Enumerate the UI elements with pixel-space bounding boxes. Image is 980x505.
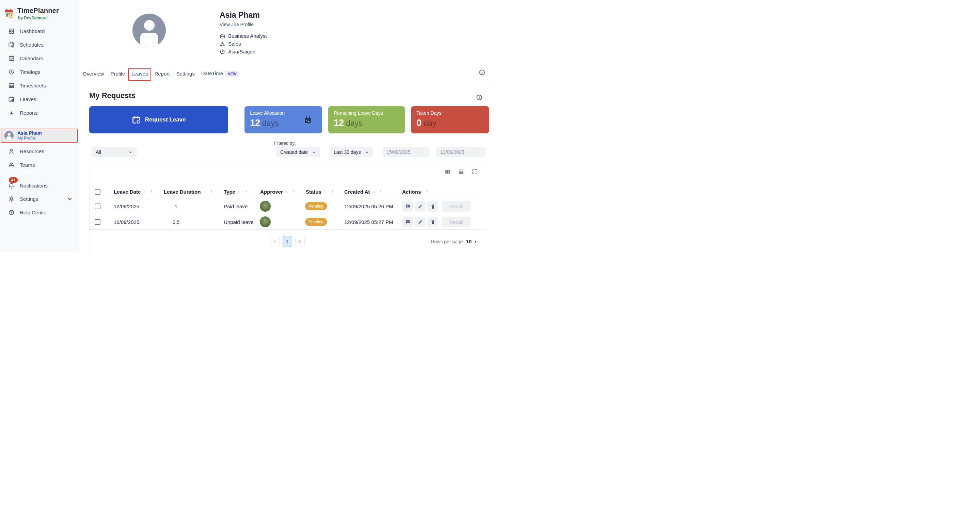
column-menu-icon[interactable]: ⋮ [423, 189, 430, 194]
tab-settings[interactable]: Settings [176, 70, 195, 77]
card-leave-allocation: Leave Allocation 12days [245, 106, 322, 133]
sidebar-item-my-profile[interactable]: Asia Pham My Profile [2, 130, 76, 141]
info-icon[interactable] [479, 69, 485, 76]
chevron-left-icon [272, 239, 277, 244]
comment-button[interactable] [402, 217, 413, 227]
sort-icon[interactable]: ↑↓ [238, 189, 240, 194]
cell-actions: Recall [402, 199, 471, 214]
view-jira-profile-link[interactable]: View Jira Profile [220, 22, 254, 27]
row-checkbox[interactable] [95, 214, 100, 230]
cell-created-at: 12/09/2025 05:27 PM [344, 214, 393, 230]
table-view-toggles [444, 168, 478, 175]
column-menu-icon[interactable]: ⋮ [377, 189, 383, 194]
card-taken-days: Taken Days 0day [411, 106, 489, 133]
columns-view-icon[interactable] [444, 168, 451, 175]
filtered-by-label: Filtered by: [274, 141, 296, 146]
date-to-input[interactable]: 13/09/2025 [436, 147, 485, 157]
tab-profile[interactable]: Profile [110, 70, 126, 77]
recall-button[interactable]: Recall [442, 201, 471, 212]
briefcase-icon [220, 33, 225, 39]
app-byline: by DevSamurai [18, 16, 59, 21]
tab-overview[interactable]: Overview [83, 70, 105, 77]
cell-approver [260, 214, 271, 230]
sort-icon[interactable]: ↑↓ [203, 189, 205, 194]
request-leave-button[interactable]: Request Leave [89, 106, 228, 133]
sidebar-item-settings[interactable]: Settings [0, 192, 80, 206]
table-row: 12/09/2025 1 Paid leave Pending 12/09/20… [89, 199, 485, 214]
page-title: My Requests [89, 91, 135, 100]
profile-timezone: Asia/Saigon [220, 49, 255, 54]
edit-button[interactable] [415, 217, 426, 227]
calendar-icon [304, 116, 312, 125]
fullscreen-icon[interactable] [472, 168, 478, 175]
profile-role: Business Analyst [220, 33, 267, 39]
bar-chart-icon [8, 110, 14, 116]
sidebar-item-dashboard[interactable]: Dashboard [0, 24, 80, 38]
profile-department: Sales [220, 41, 241, 47]
sort-icon[interactable]: ↑↓ [285, 189, 288, 194]
column-menu-icon[interactable]: ⋮ [329, 189, 335, 194]
prev-page-button[interactable] [270, 236, 280, 247]
chevron-down-icon[interactable] [67, 196, 73, 202]
table-row: 16/09/2025 0.5 Unpaid leave Pending 12/0… [89, 214, 485, 230]
column-menu-icon[interactable]: ⋮ [148, 189, 154, 194]
sidebar-item-reports[interactable]: Reports [0, 106, 80, 119]
profile-avatar [132, 14, 166, 47]
page-1-button[interactable]: 1 [283, 236, 292, 247]
sidebar-item-timelogs[interactable]: Timelogs [0, 65, 80, 79]
delete-button[interactable] [427, 201, 438, 212]
notifications-badge: 47 [9, 177, 18, 183]
rows-per-page-select[interactable]: 10▼ [466, 238, 477, 245]
app-title: TimePlanner [18, 7, 59, 14]
tab-datetime[interactable]: DateTimeNEW [201, 70, 239, 78]
card-remaining-leave-days: Remaining Leave Days 12days [328, 106, 405, 133]
next-page-button[interactable] [295, 236, 305, 247]
trash-icon [430, 219, 436, 225]
list-view-icon[interactable] [458, 168, 465, 175]
column-menu-icon[interactable]: ⋮ [242, 189, 248, 194]
pagination: 1 [270, 236, 305, 247]
type-filter-select[interactable]: All [92, 147, 137, 157]
tab-report[interactable]: Report [154, 70, 170, 77]
column-menu-icon[interactable]: ⋮ [208, 189, 214, 194]
cell-created-at: 12/09/2025 05:26 PM [344, 199, 393, 214]
sidebar-item-timesheets[interactable]: Timesheets [0, 79, 80, 92]
chevron-right-icon [298, 239, 302, 244]
calendar-check-icon [8, 55, 14, 62]
sidebar-item-resources[interactable]: Resources [0, 144, 80, 158]
status-badge: Pending [305, 218, 327, 226]
sort-icon[interactable]: ↑↓ [324, 189, 326, 194]
info-icon[interactable] [476, 94, 482, 101]
recall-button[interactable]: Recall [442, 217, 471, 227]
status-badge: Pending [305, 202, 327, 210]
table-header: Leave Date↑↓⋮ Leave Duration↑↓⋮ Type↑↓⋮ … [89, 185, 485, 199]
sidebar-item-calendars[interactable]: Calendars [0, 51, 80, 65]
cell-leave-date: 12/09/2025 [114, 199, 139, 214]
sidebar-profile-name: Asia Pham [18, 131, 42, 136]
sidebar-divider [4, 174, 75, 174]
row-checkbox[interactable] [95, 199, 100, 214]
date-range-select[interactable]: Last 30 days [329, 147, 373, 157]
pencil-icon [418, 219, 423, 225]
help-icon [8, 209, 14, 216]
cell-duration: 1 [167, 199, 186, 214]
cell-type: Paid leave [224, 199, 248, 214]
sort-icon[interactable]: ↑↓ [143, 189, 145, 194]
comment-button[interactable] [402, 201, 413, 212]
main-content: Asia Pham View Jira Profile Business Ana… [80, 0, 490, 252]
delete-button[interactable] [427, 217, 438, 227]
filter-field-select[interactable]: Created date [276, 147, 320, 157]
chevron-down-icon [312, 151, 316, 154]
column-menu-icon[interactable]: ⋮ [290, 189, 296, 194]
sort-icon[interactable]: ↑↓ [372, 189, 375, 194]
sidebar-item-leaves[interactable]: Leaves [0, 92, 80, 106]
sidebar-item-help-center[interactable]: Help Center [0, 206, 80, 219]
edit-button[interactable] [415, 201, 426, 212]
approver-avatar [260, 216, 271, 227]
sidebar-item-teams[interactable]: Teams [0, 158, 80, 172]
select-all-checkbox[interactable] [95, 185, 100, 199]
sidebar-avatar [5, 131, 14, 140]
tab-leaves[interactable]: Leaves [131, 70, 148, 77]
sidebar-item-schedules[interactable]: Schedules [0, 38, 80, 51]
date-from-input[interactable]: 15/08/2025 [382, 147, 430, 157]
